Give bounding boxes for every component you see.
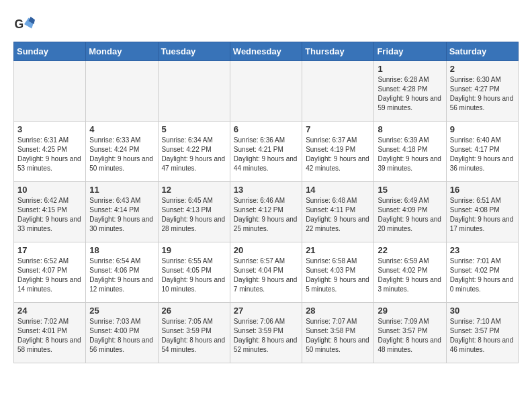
day-info: Sunrise: 6:43 AM Sunset: 4:14 PM Dayligh… — [89, 196, 154, 234]
day-number: 10 — [17, 185, 82, 195]
day-cell: 9Sunrise: 6:40 AM Sunset: 4:17 PM Daylig… — [446, 122, 518, 182]
day-number: 28 — [306, 306, 370, 316]
day-info: Sunrise: 6:28 AM Sunset: 4:28 PM Dayligh… — [378, 75, 442, 113]
day-info: Sunrise: 7:02 AM Sunset: 4:01 PM Dayligh… — [17, 317, 82, 355]
day-cell: 30Sunrise: 7:10 AM Sunset: 3:57 PM Dayli… — [446, 303, 518, 363]
day-info: Sunrise: 6:54 AM Sunset: 4:06 PM Dayligh… — [89, 257, 154, 294]
day-cell: 4Sunrise: 6:33 AM Sunset: 4:24 PM Daylig… — [86, 122, 158, 182]
day-info: Sunrise: 7:01 AM Sunset: 4:02 PM Dayligh… — [450, 257, 515, 294]
week-row-3: 10Sunrise: 6:42 AM Sunset: 4:15 PM Dayli… — [14, 182, 519, 242]
day-number: 26 — [162, 306, 226, 316]
calendar-table: SundayMondayTuesdayWednesdayThursdayFrid… — [13, 42, 519, 363]
day-number: 9 — [450, 124, 515, 134]
day-cell: 13Sunrise: 6:46 AM Sunset: 4:12 PM Dayli… — [230, 182, 302, 242]
day-number: 15 — [378, 185, 442, 195]
day-number: 11 — [89, 185, 154, 195]
day-cell: 1Sunrise: 6:28 AM Sunset: 4:28 PM Daylig… — [374, 61, 446, 122]
day-info: Sunrise: 6:45 AM Sunset: 4:13 PM Dayligh… — [162, 196, 226, 234]
day-number: 27 — [234, 306, 298, 316]
day-number: 6 — [234, 124, 298, 134]
day-cell: 19Sunrise: 6:55 AM Sunset: 4:05 PM Dayli… — [158, 242, 230, 303]
day-info: Sunrise: 6:39 AM Sunset: 4:18 PM Dayligh… — [378, 136, 442, 173]
day-info: Sunrise: 6:59 AM Sunset: 4:02 PM Dayligh… — [378, 257, 442, 294]
day-cell: 26Sunrise: 7:05 AM Sunset: 3:59 PM Dayli… — [158, 303, 230, 363]
day-cell: 7Sunrise: 6:37 AM Sunset: 4:19 PM Daylig… — [302, 122, 374, 182]
day-number: 22 — [378, 245, 442, 255]
day-number: 14 — [306, 185, 370, 195]
day-number: 23 — [450, 245, 515, 255]
day-number: 18 — [89, 245, 154, 255]
day-number: 3 — [17, 124, 82, 134]
week-row-1: 1Sunrise: 6:28 AM Sunset: 4:28 PM Daylig… — [14, 61, 519, 122]
day-number: 8 — [378, 124, 442, 134]
day-cell: 2Sunrise: 6:30 AM Sunset: 4:27 PM Daylig… — [446, 61, 518, 122]
day-cell: 11Sunrise: 6:43 AM Sunset: 4:14 PM Dayli… — [86, 182, 158, 242]
day-cell: 28Sunrise: 7:07 AM Sunset: 3:58 PM Dayli… — [302, 303, 374, 363]
day-number: 2 — [450, 64, 515, 74]
day-number: 12 — [162, 185, 226, 195]
day-number: 21 — [306, 245, 370, 255]
day-cell: 22Sunrise: 6:59 AM Sunset: 4:02 PM Dayli… — [374, 242, 446, 303]
weekday-header-wednesday: Wednesday — [230, 42, 302, 61]
day-info: Sunrise: 7:07 AM Sunset: 3:58 PM Dayligh… — [306, 317, 370, 355]
day-cell — [86, 61, 158, 122]
weekday-header-tuesday: Tuesday — [158, 42, 230, 61]
day-cell — [302, 61, 374, 122]
day-cell: 17Sunrise: 6:52 AM Sunset: 4:07 PM Dayli… — [14, 242, 86, 303]
day-cell: 24Sunrise: 7:02 AM Sunset: 4:01 PM Dayli… — [14, 303, 86, 363]
day-cell: 20Sunrise: 6:57 AM Sunset: 4:04 PM Dayli… — [230, 242, 302, 303]
day-info: Sunrise: 6:31 AM Sunset: 4:25 PM Dayligh… — [17, 136, 82, 173]
day-cell: 25Sunrise: 7:03 AM Sunset: 4:00 PM Dayli… — [86, 303, 158, 363]
week-row-2: 3Sunrise: 6:31 AM Sunset: 4:25 PM Daylig… — [14, 122, 519, 182]
day-cell: 18Sunrise: 6:54 AM Sunset: 4:06 PM Dayli… — [86, 242, 158, 303]
day-cell — [14, 61, 86, 122]
svg-text:G: G — [15, 17, 24, 31]
day-number: 1 — [378, 64, 442, 74]
day-cell: 8Sunrise: 6:39 AM Sunset: 4:18 PM Daylig… — [374, 122, 446, 182]
day-info: Sunrise: 6:46 AM Sunset: 4:12 PM Dayligh… — [234, 196, 298, 234]
day-cell — [158, 61, 230, 122]
day-info: Sunrise: 7:06 AM Sunset: 3:59 PM Dayligh… — [234, 317, 298, 355]
day-info: Sunrise: 6:40 AM Sunset: 4:17 PM Dayligh… — [450, 136, 515, 173]
day-cell: 23Sunrise: 7:01 AM Sunset: 4:02 PM Dayli… — [446, 242, 518, 303]
day-info: Sunrise: 7:03 AM Sunset: 4:00 PM Dayligh… — [89, 317, 154, 355]
day-cell: 3Sunrise: 6:31 AM Sunset: 4:25 PM Daylig… — [14, 122, 86, 182]
day-info: Sunrise: 6:49 AM Sunset: 4:09 PM Dayligh… — [378, 196, 442, 234]
day-cell: 29Sunrise: 7:09 AM Sunset: 3:57 PM Dayli… — [374, 303, 446, 363]
day-cell: 21Sunrise: 6:58 AM Sunset: 4:03 PM Dayli… — [302, 242, 374, 303]
day-info: Sunrise: 6:51 AM Sunset: 4:08 PM Dayligh… — [450, 196, 515, 234]
day-cell: 15Sunrise: 6:49 AM Sunset: 4:09 PM Dayli… — [374, 182, 446, 242]
day-cell: 27Sunrise: 7:06 AM Sunset: 3:59 PM Dayli… — [230, 303, 302, 363]
day-number: 30 — [450, 306, 515, 316]
day-info: Sunrise: 7:05 AM Sunset: 3:59 PM Dayligh… — [162, 317, 226, 355]
day-number: 19 — [162, 245, 226, 255]
day-info: Sunrise: 6:55 AM Sunset: 4:05 PM Dayligh… — [162, 257, 226, 294]
day-number: 13 — [234, 185, 298, 195]
logo-icon: G — [13, 13, 35, 35]
weekday-header-thursday: Thursday — [302, 42, 374, 61]
weekday-header-monday: Monday — [86, 42, 158, 61]
day-info: Sunrise: 7:10 AM Sunset: 3:57 PM Dayligh… — [450, 317, 515, 355]
day-info: Sunrise: 6:48 AM Sunset: 4:11 PM Dayligh… — [306, 196, 370, 234]
weekday-header-saturday: Saturday — [446, 42, 518, 61]
day-info: Sunrise: 6:34 AM Sunset: 4:22 PM Dayligh… — [162, 136, 226, 173]
day-number: 4 — [89, 124, 154, 134]
day-number: 29 — [378, 306, 442, 316]
day-number: 24 — [17, 306, 82, 316]
day-info: Sunrise: 6:58 AM Sunset: 4:03 PM Dayligh… — [306, 257, 370, 294]
week-row-4: 17Sunrise: 6:52 AM Sunset: 4:07 PM Dayli… — [14, 242, 519, 303]
day-cell: 14Sunrise: 6:48 AM Sunset: 4:11 PM Dayli… — [302, 182, 374, 242]
weekday-header-sunday: Sunday — [14, 42, 86, 61]
day-cell: 12Sunrise: 6:45 AM Sunset: 4:13 PM Dayli… — [158, 182, 230, 242]
day-info: Sunrise: 6:42 AM Sunset: 4:15 PM Dayligh… — [17, 196, 82, 234]
day-number: 16 — [450, 185, 515, 195]
day-number: 20 — [234, 245, 298, 255]
week-row-5: 24Sunrise: 7:02 AM Sunset: 4:01 PM Dayli… — [14, 303, 519, 363]
day-cell: 10Sunrise: 6:42 AM Sunset: 4:15 PM Dayli… — [14, 182, 86, 242]
day-number: 7 — [306, 124, 370, 134]
day-number: 25 — [89, 306, 154, 316]
logo: G — [13, 13, 39, 35]
day-number: 5 — [162, 124, 226, 134]
day-info: Sunrise: 6:37 AM Sunset: 4:19 PM Dayligh… — [306, 136, 370, 173]
day-number: 17 — [17, 245, 82, 255]
